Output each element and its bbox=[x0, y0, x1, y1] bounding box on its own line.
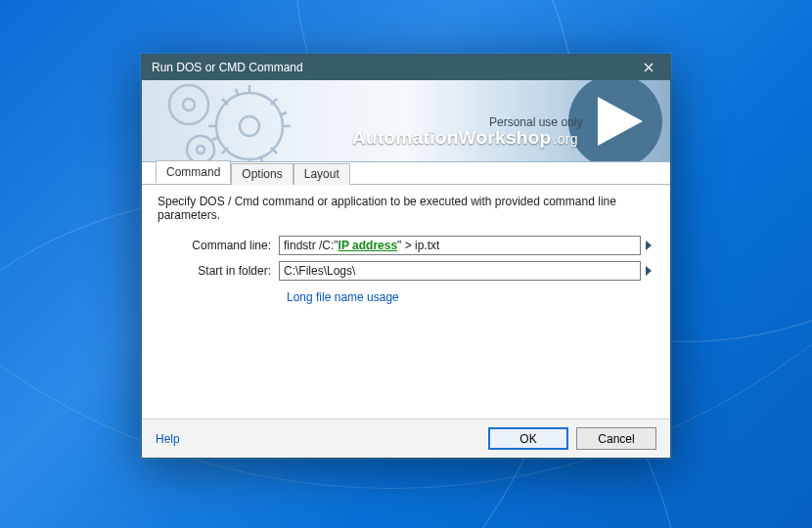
banner-text: Personal use only AutomationWorkshop.org bbox=[352, 115, 586, 149]
chevron-right-icon bbox=[646, 241, 652, 250]
svg-point-3 bbox=[240, 116, 259, 136]
banner-brand: AutomationWorkshop.org bbox=[352, 127, 586, 149]
tabstrip: Command Options Layout bbox=[142, 161, 670, 185]
play-icon bbox=[598, 97, 643, 146]
chevron-right-icon bbox=[646, 266, 652, 276]
start-folder-picker[interactable] bbox=[643, 261, 654, 281]
command-line-label: Command line: bbox=[158, 239, 279, 252]
tab-pane-command: Specify DOS / Cmd command or application… bbox=[142, 185, 670, 418]
cancel-button[interactable]: Cancel bbox=[576, 427, 656, 450]
command-line-input[interactable]: findstr /C:"IP address" > ip.txt bbox=[279, 236, 641, 255]
dialog-footer: Help OK Cancel bbox=[142, 418, 670, 458]
svg-marker-20 bbox=[598, 97, 643, 146]
svg-point-18 bbox=[187, 136, 214, 162]
svg-point-16 bbox=[169, 85, 208, 124]
svg-marker-22 bbox=[646, 266, 652, 276]
close-icon bbox=[644, 63, 654, 72]
command-line-picker[interactable] bbox=[643, 236, 654, 255]
gears-icon bbox=[142, 80, 328, 162]
long-filename-usage-link[interactable]: Long file name usage bbox=[287, 290, 654, 304]
dialog-window: Run DOS or CMD Command bbox=[141, 54, 671, 459]
window-title: Run DOS or CMD Command bbox=[152, 61, 627, 74]
variable-token[interactable]: IP address bbox=[338, 239, 397, 252]
tab-layout[interactable]: Layout bbox=[293, 163, 350, 185]
tab-options[interactable]: Options bbox=[231, 163, 293, 185]
titlebar: Run DOS or CMD Command bbox=[142, 55, 670, 80]
svg-point-17 bbox=[183, 99, 195, 110]
close-button[interactable] bbox=[627, 55, 670, 80]
ok-button[interactable]: OK bbox=[488, 427, 568, 450]
instruction-text: Specify DOS / Cmd command or application… bbox=[158, 195, 654, 222]
tab-command[interactable]: Command bbox=[156, 160, 231, 184]
svg-marker-21 bbox=[646, 241, 652, 250]
svg-point-19 bbox=[197, 146, 204, 154]
banner: Personal use only AutomationWorkshop.org bbox=[142, 80, 670, 162]
start-folder-label: Start in folder: bbox=[158, 264, 279, 278]
start-folder-input[interactable]: C:\Files\Logs\ bbox=[279, 261, 641, 281]
help-link[interactable]: Help bbox=[156, 432, 180, 446]
